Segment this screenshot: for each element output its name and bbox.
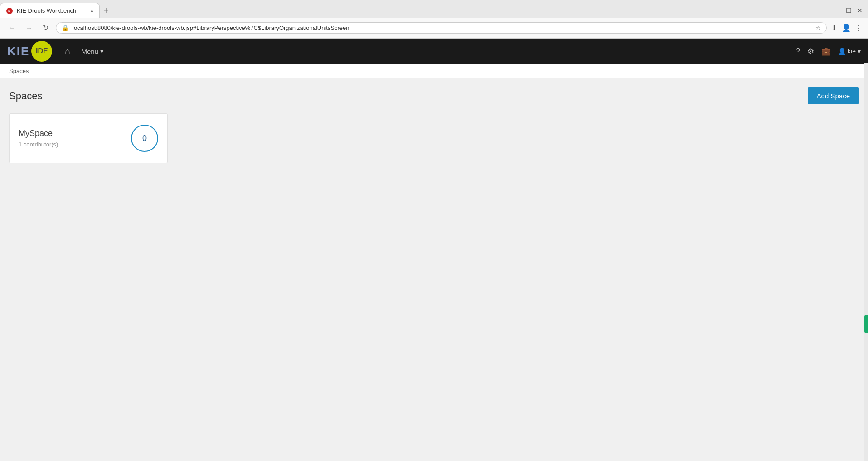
briefcase-button[interactable]: 💼 xyxy=(821,47,831,56)
breadcrumb: Spaces xyxy=(0,64,868,78)
browser-chrome: K KIE Drools Workbench × + — ☐ ✕ ← → ↻ 🔒… xyxy=(0,0,868,39)
profile-button[interactable]: 👤 xyxy=(842,24,851,32)
space-info: MySpace 1 contributor(s) xyxy=(19,129,58,148)
bookmark-icon[interactable]: ☆ xyxy=(815,24,821,31)
help-button[interactable]: ? xyxy=(796,47,800,56)
space-card[interactable]: MySpace 1 contributor(s) 0 xyxy=(9,113,168,163)
user-chevron-icon: ▾ xyxy=(858,48,861,55)
tab-close-button[interactable]: × xyxy=(90,7,94,15)
main-content: Spaces Add Space MySpace 1 contributor(s… xyxy=(0,78,868,432)
brand: KIE IDE xyxy=(7,41,52,62)
tab-bar: K KIE Drools Workbench × + — ☐ ✕ xyxy=(0,0,868,18)
scrollbar-thumb[interactable] xyxy=(864,315,868,333)
new-tab-button[interactable]: + xyxy=(100,5,112,16)
back-button[interactable]: ← xyxy=(5,23,18,33)
app-navbar: KIE IDE ⌂ Menu ▾ ? ⚙ 💼 👤 kie ▾ xyxy=(0,39,868,64)
space-name: MySpace xyxy=(19,129,58,138)
space-contributors: 1 contributor(s) xyxy=(19,141,58,148)
address-bar: ← → ↻ 🔒 localhost:8080/kie-drools-wb/kie… xyxy=(0,18,868,38)
download-icon[interactable]: ⬇ xyxy=(831,24,837,32)
lock-icon: 🔒 xyxy=(62,24,69,31)
window-minimize-button[interactable]: — xyxy=(834,7,840,14)
forward-button[interactable]: → xyxy=(23,23,35,33)
home-button[interactable]: ⌂ xyxy=(61,44,74,58)
breadcrumb-label[interactable]: Spaces xyxy=(9,68,29,74)
brand-logo: IDE xyxy=(31,41,52,62)
page-title: Spaces xyxy=(9,90,42,102)
window-controls: — ☐ ✕ xyxy=(834,7,868,14)
window-maximize-button[interactable]: ☐ xyxy=(846,7,852,14)
browser-toolbar-right: ⬇ 👤 ⋮ xyxy=(831,24,863,32)
user-menu-button[interactable]: 👤 kie ▾ xyxy=(838,48,861,55)
user-icon: 👤 xyxy=(838,48,846,55)
menu-label: Menu xyxy=(81,48,98,55)
window-close-button[interactable]: ✕ xyxy=(857,7,863,14)
svg-text:K: K xyxy=(8,10,10,13)
browser-menu-button[interactable]: ⋮ xyxy=(855,24,863,32)
space-project-count: 0 xyxy=(131,125,158,152)
settings-button[interactable]: ⚙ xyxy=(807,47,814,56)
active-tab[interactable]: K KIE Drools Workbench × xyxy=(0,3,100,18)
tab-title: KIE Drools Workbench xyxy=(17,7,76,14)
navbar-right: ? ⚙ 💼 👤 kie ▾ xyxy=(796,47,861,56)
user-label: kie xyxy=(848,48,856,55)
url-input[interactable]: 🔒 localhost:8080/kie-drools-wb/kie-drool… xyxy=(56,22,827,34)
page-header: Spaces Add Space xyxy=(9,87,859,104)
spaces-grid: MySpace 1 contributor(s) 0 xyxy=(9,113,859,163)
menu-button[interactable]: Menu ▾ xyxy=(78,45,107,57)
scrollbar-track[interactable] xyxy=(864,63,868,461)
url-text: localhost:8080/kie-drools-wb/kie-drools-… xyxy=(73,24,812,31)
menu-chevron-icon: ▾ xyxy=(100,47,104,55)
tab-favicon-icon: K xyxy=(6,7,13,15)
add-space-button[interactable]: Add Space xyxy=(808,87,859,104)
reload-button[interactable]: ↻ xyxy=(40,23,51,33)
brand-kie-text: KIE xyxy=(7,44,29,58)
